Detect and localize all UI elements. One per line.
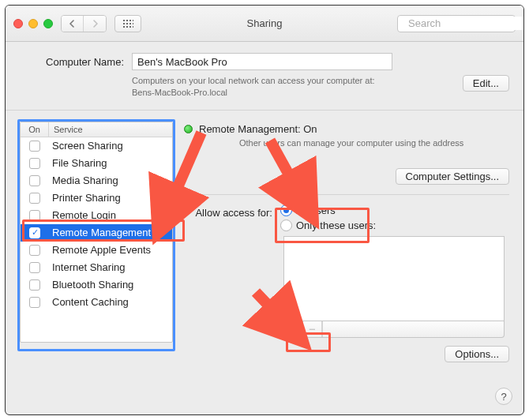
service-checkbox[interactable]	[29, 193, 40, 204]
service-label: Remote Apple Events	[49, 244, 172, 256]
service-checkbox[interactable]	[29, 297, 40, 308]
svg-line-2	[166, 133, 201, 215]
remove-user-button[interactable]: −	[303, 321, 322, 337]
service-label: Content Caching	[49, 296, 172, 308]
service-checkbox[interactable]	[29, 210, 40, 221]
chevron-right-icon	[92, 20, 99, 28]
service-checkbox[interactable]	[29, 279, 40, 291]
service-label: Internet Sharing	[49, 261, 172, 273]
service-header-service: Service	[49, 122, 172, 137]
forward-button[interactable]	[84, 16, 106, 32]
computer-name-help: Computers on your local network can acce…	[132, 75, 392, 87]
service-label: Screen Sharing	[49, 140, 172, 152]
service-header-on: On	[21, 122, 49, 137]
service-label: Remote Management	[49, 227, 172, 238]
minimize-window-button[interactable]	[28, 19, 38, 28]
back-button[interactable]	[62, 16, 84, 32]
add-remove-group: + −	[283, 321, 505, 338]
service-label: Printer Sharing	[49, 192, 172, 204]
radio-button[interactable]	[280, 219, 292, 231]
service-checkbox[interactable]	[29, 175, 40, 186]
annotation-arrow	[248, 286, 303, 341]
computer-hostname: Bens-MacBook-Pro.local	[132, 87, 392, 99]
search-input[interactable]	[407, 17, 524, 30]
service-checkbox[interactable]	[29, 245, 40, 256]
service-row[interactable]: Printer Sharing	[21, 189, 172, 207]
status-title: Remote Management: On	[199, 123, 317, 135]
service-row[interactable]: Internet Sharing	[21, 259, 172, 276]
svg-line-4	[256, 292, 289, 327]
options-button[interactable]: Options...	[445, 346, 509, 362]
service-row[interactable]: Screen Sharing	[21, 137, 172, 155]
service-row[interactable]: Remote Login	[21, 207, 172, 224]
show-all-button[interactable]	[114, 15, 141, 32]
service-row[interactable]: Remote Management	[21, 224, 172, 242]
edit-hostname-button[interactable]: Edit...	[463, 75, 509, 92]
service-row[interactable]: Media Sharing	[21, 172, 172, 189]
grid-icon	[122, 19, 133, 28]
annotation-arrow	[262, 134, 317, 213]
nav-back-forward	[61, 15, 107, 32]
service-label: Remote Login	[49, 209, 172, 221]
service-row[interactable]: Remote Apple Events	[21, 242, 172, 259]
radio-label: Only these users:	[296, 219, 376, 231]
computer-name-label: Computer Name:	[6, 56, 124, 68]
close-window-button[interactable]	[13, 19, 23, 28]
access-radio-row[interactable]: Only these users:	[280, 219, 376, 231]
computer-name-section: Computer Name: Ben's MacBook Pro Compute…	[6, 42, 523, 111]
computer-name-field[interactable]: Ben's MacBook Pro	[132, 53, 392, 70]
service-checkbox[interactable]	[29, 262, 40, 273]
help-button[interactable]: ?	[495, 388, 512, 405]
service-row[interactable]: Bluetooth Sharing	[21, 276, 172, 294]
service-checkbox[interactable]	[29, 227, 40, 238]
users-list[interactable]	[283, 236, 505, 321]
service-checkbox[interactable]	[29, 158, 40, 169]
chevron-left-icon	[69, 20, 76, 28]
annotation-arrow	[158, 126, 213, 229]
service-row[interactable]: Content Caching	[21, 294, 172, 311]
search-field[interactable]	[397, 15, 516, 32]
service-label: File Sharing	[49, 157, 172, 169]
computer-settings-button[interactable]: Computer Settings...	[396, 168, 510, 185]
service-label: Media Sharing	[49, 174, 172, 186]
service-label: Bluetooth Sharing	[49, 279, 172, 291]
service-table: On Service Screen SharingFile SharingMed…	[20, 122, 173, 343]
window-toolbar: Sharing	[6, 6, 523, 42]
service-row[interactable]: File Sharing	[21, 155, 172, 172]
traffic-lights	[13, 19, 53, 28]
service-checkbox[interactable]	[29, 141, 40, 152]
svg-line-3	[270, 141, 303, 201]
zoom-window-button[interactable]	[43, 19, 53, 28]
